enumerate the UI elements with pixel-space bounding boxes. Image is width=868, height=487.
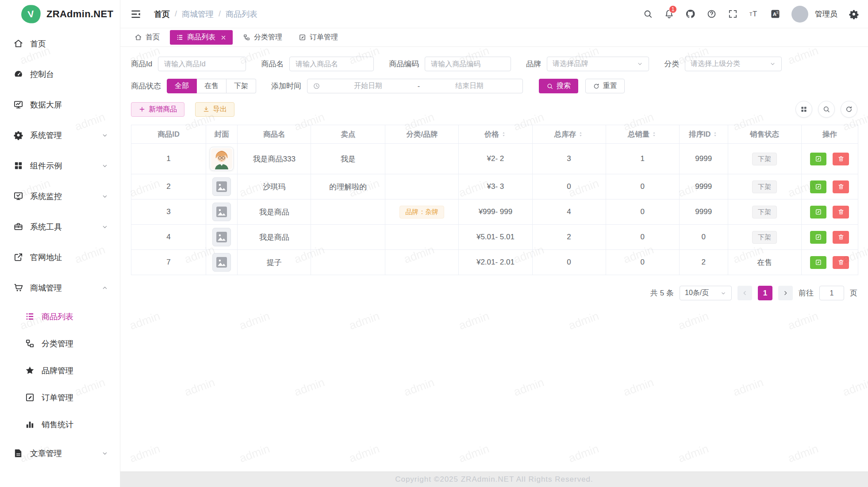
help-icon[interactable] — [707, 9, 717, 19]
filter-product-name: 商品名 — [261, 57, 374, 71]
trash-icon — [837, 155, 845, 162]
menu-label: 控制台 — [30, 69, 54, 80]
notification-badge: 1 — [669, 5, 677, 13]
menu-label: 品牌管理 — [42, 365, 73, 376]
cell-stock: 0 — [532, 250, 606, 275]
column-header-总库存[interactable]: 总库存 — [532, 125, 606, 144]
delete-button[interactable] — [833, 231, 849, 244]
github-icon[interactable] — [685, 9, 695, 19]
edit-button[interactable] — [810, 256, 826, 269]
brand-select[interactable]: 请选择品牌 — [547, 57, 649, 71]
cell-product-id: 1 — [131, 144, 206, 174]
column-header-总销量[interactable]: 总销量 — [606, 125, 679, 144]
edit-button[interactable] — [810, 153, 826, 165]
sidebar-item-系统管理[interactable]: 系统管理 — [0, 120, 120, 150]
edit-button[interactable] — [810, 180, 826, 193]
tab-分类管理[interactable]: 分类管理 — [237, 30, 288, 45]
status-option-下架[interactable]: 下架 — [227, 79, 256, 93]
tab-首页[interactable]: 首页 — [128, 30, 166, 45]
sidebar-item-订单管理[interactable]: 订单管理 — [0, 384, 120, 411]
status-text: 在售 — [757, 258, 772, 267]
export-button[interactable]: 导出 — [195, 102, 234, 117]
product-name-label: 商品名 — [261, 59, 284, 69]
category-select[interactable]: 请选择上级分类 — [685, 57, 782, 71]
menu-label: 系统监控 — [30, 191, 62, 202]
image-placeholder-icon — [212, 228, 231, 246]
start-date-placeholder[interactable]: 开始日期 — [320, 81, 416, 91]
refresh-table-button[interactable] — [841, 101, 857, 118]
date-range-picker[interactable]: 开始日期 - 结束日期 — [307, 79, 523, 93]
delete-button[interactable] — [833, 180, 849, 193]
next-page-button[interactable] — [778, 286, 793, 300]
image-placeholder-icon — [212, 253, 231, 272]
page-size-select[interactable]: 10条/页 — [680, 286, 732, 300]
edit-icon — [815, 208, 822, 215]
list-icon — [25, 311, 35, 322]
username[interactable]: 管理员 — [815, 9, 837, 19]
sidebar-item-官网地址[interactable]: 官网地址 — [0, 242, 120, 272]
logo[interactable]: V ZRAdmin.NET — [0, 0, 120, 28]
goto-label: 前往 — [799, 288, 814, 298]
sidebar-item-数据大屏[interactable]: 数据大屏 — [0, 89, 120, 120]
column-settings-button[interactable] — [795, 101, 812, 118]
search-icon[interactable] — [643, 9, 653, 19]
fullscreen-icon[interactable] — [728, 9, 738, 19]
sidebar-item-控制台[interactable]: 控制台 — [0, 59, 120, 89]
column-header-排序ID[interactable]: 排序ID — [679, 125, 728, 144]
status-option-全部[interactable]: 全部 — [167, 79, 197, 93]
cell-price: ¥999- 999 — [459, 199, 532, 225]
show-search-button[interactable] — [818, 101, 835, 118]
product-id-input[interactable] — [158, 57, 246, 71]
breadcrumb-separator: / — [175, 9, 177, 19]
search-button[interactable]: 搜索 — [539, 79, 578, 93]
sidebar-item-系统监控[interactable]: 系统监控 — [0, 181, 120, 211]
page-number-1[interactable]: 1 — [758, 286, 772, 300]
sidebar-item-首页[interactable]: 首页 — [0, 28, 120, 59]
sidebar-item-商城管理[interactable]: 商城管理 — [0, 272, 120, 303]
cell-actions — [801, 199, 858, 225]
tab-商品列表[interactable]: 商品列表 — [170, 30, 233, 45]
end-date-placeholder[interactable]: 结束日期 — [422, 81, 517, 91]
cell-actions — [801, 250, 858, 275]
breadcrumb: 首页/商城管理/商品列表 — [154, 9, 257, 19]
table-row: 2沙琪玛的理解啦的¥3- 3009999下架 — [131, 174, 858, 199]
product-cover-image[interactable] — [210, 147, 234, 171]
sidebar-item-商品列表[interactable]: 商品列表 — [0, 303, 120, 330]
cell-actions — [801, 144, 858, 174]
sidebar-item-文章管理[interactable]: 文章管理 — [0, 438, 120, 468]
settings-gear-icon[interactable] — [849, 9, 859, 19]
sidebar-item-组件示例[interactable]: 组件示例 — [0, 150, 120, 181]
sidebar-item-销售统计[interactable]: 销售统计 — [0, 411, 120, 438]
delete-button[interactable] — [833, 206, 849, 219]
breadcrumb-item-首页[interactable]: 首页 — [154, 9, 170, 19]
reset-button[interactable]: 重置 — [585, 79, 625, 93]
sidebar-item-分类管理[interactable]: 分类管理 — [0, 330, 120, 357]
order-icon — [299, 34, 306, 41]
edit-button[interactable] — [810, 206, 826, 219]
edit-button[interactable] — [810, 231, 826, 244]
close-icon[interactable] — [220, 35, 227, 41]
breadcrumb-item-商城管理[interactable]: 商城管理 — [182, 9, 214, 19]
tab-订单管理[interactable]: 订单管理 — [292, 30, 344, 45]
product-name-input[interactable] — [289, 57, 374, 71]
tab-label: 商品列表 — [187, 33, 215, 42]
breadcrumb-item-商品列表[interactable]: 商品列表 — [226, 9, 257, 19]
fontsize-icon[interactable]: TT — [749, 9, 759, 19]
delete-button[interactable] — [833, 153, 849, 165]
prev-page-button[interactable] — [737, 286, 752, 300]
blocks-icon — [13, 161, 23, 171]
bell-icon[interactable]: 1 — [664, 9, 674, 19]
product-code-input[interactable] — [425, 57, 511, 71]
language-icon[interactable]: A文 — [770, 9, 780, 19]
add-product-button[interactable]: 新增商品 — [131, 102, 184, 117]
avatar[interactable] — [791, 6, 808, 23]
sidebar-item-品牌管理[interactable]: 品牌管理 — [0, 357, 120, 384]
column-label: 排序ID — [689, 130, 711, 138]
cell-sales: 0 — [606, 250, 679, 275]
status-option-在售[interactable]: 在售 — [197, 79, 227, 93]
goto-page-input[interactable] — [819, 286, 844, 300]
column-header-价格[interactable]: 价格 — [459, 125, 532, 144]
delete-button[interactable] — [833, 256, 849, 269]
collapse-sidebar-icon[interactable] — [130, 8, 142, 20]
sidebar-item-系统工具[interactable]: 系统工具 — [0, 211, 120, 242]
